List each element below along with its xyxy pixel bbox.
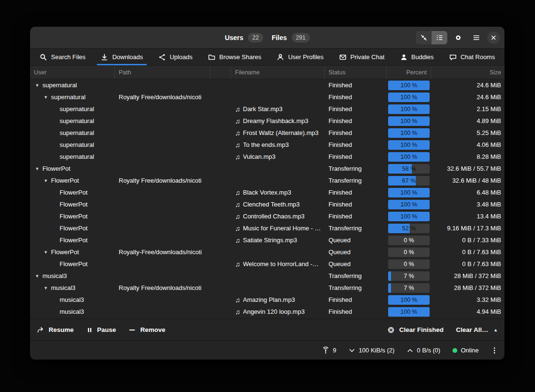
online-status-label: Online (461, 347, 479, 354)
progress-bar: 100 % (388, 307, 430, 317)
clear-all-button[interactable]: Clear All… ▲ (456, 326, 498, 333)
table-row[interactable]: ▼ supernatural ♫ Vulcan.mp3 Finished 100… (30, 151, 504, 163)
size-label: 0 B / 7.63 MiB (431, 248, 504, 256)
size-label: 0 B / 7.33 MiB (431, 237, 504, 244)
status-label: Finished (325, 153, 387, 160)
table-row[interactable]: ▼ FlowerPot ♫ Transferring 58 % 32.6 MiB… (30, 163, 504, 175)
filename-cell: ♫ Dark Star.mp3 (231, 105, 325, 113)
users-count-badge: 22 (248, 33, 263, 42)
column-user[interactable]: User (30, 66, 115, 79)
table-row[interactable]: ▼ supernatural ♫ Dreamy Flashback.mp3 Fi… (30, 115, 504, 127)
user-cell: ▼ FlowerPot (30, 213, 115, 220)
expander-icon[interactable]: ▼ (33, 274, 41, 279)
size-label: 28 MiB / 372 MiB (431, 284, 504, 291)
expander-icon[interactable]: ▼ (41, 286, 50, 290)
user-label: musical3 (51, 284, 75, 291)
chevron-up-icon (407, 347, 413, 354)
progress-label: 7 % (388, 271, 430, 281)
resume-button[interactable]: Resume (37, 326, 74, 334)
music-note-icon: ♫ (235, 153, 240, 161)
progress-bar: 100 % (388, 128, 430, 138)
status-label: Finished (325, 105, 387, 113)
user-label: FlowerPot (60, 225, 88, 232)
connection-status[interactable]: Online (453, 347, 479, 354)
column-file-icon[interactable] (210, 66, 231, 79)
tab-browse-shares[interactable]: Browse Shares (202, 49, 267, 65)
clear-all-label: Clear All… (456, 326, 488, 333)
percent-cell: 100 % (387, 188, 431, 197)
expander-icon[interactable]: ▼ (41, 250, 50, 255)
table-row[interactable]: ▼ FlowerPot ♫ Satiate Strings.mp3 Queued… (30, 234, 504, 246)
column-status[interactable]: Status (325, 66, 387, 79)
filename-cell: ♫ Music for Funeral Home - Part 1 (231, 225, 325, 232)
column-path[interactable]: Path (115, 66, 210, 79)
clear-finished-button[interactable]: Clear Finished (387, 326, 443, 334)
collapse-view-button[interactable] (416, 31, 432, 44)
user-label: supernatural (60, 105, 94, 113)
progress-bar: 0 % (388, 259, 430, 269)
table-row[interactable]: ▼ FlowerPot ♫ Welcome to HorrorLand -hi.… (30, 258, 504, 270)
table-row[interactable]: ▼ musical3 Royalty Free/downloads/nicoti… (30, 282, 504, 294)
user-label: supernatural (60, 153, 94, 160)
download-rate-indicator[interactable]: 100 KiB/s (2) (349, 347, 394, 354)
table-row[interactable]: ▼ musical3 ♫ Amazing Plan.mp3 Finished 1… (30, 294, 504, 306)
percent-cell: 67 % (387, 176, 431, 186)
table-row[interactable]: ▼ FlowerPot ♫ Black Vortex.mp3 Finished … (30, 186, 504, 198)
table-row[interactable]: ▼ musical3 ♫ Angevin 120 loop.mp3 Finish… (30, 306, 504, 318)
connections-indicator[interactable]: 9 (322, 347, 336, 354)
table-row[interactable]: ▼ supernatural Royalty Free/downloads/ni… (30, 91, 504, 103)
size-label: 32.6 MiB / 55.7 MiB (431, 165, 504, 172)
table-row[interactable]: ▼ FlowerPot ♫ Music for Funeral Home - P… (30, 222, 504, 234)
table-row[interactable]: ▼ FlowerPot ♫ Controlled Chaos.mp3 Finis… (30, 210, 504, 222)
expander-icon[interactable]: ▼ (41, 95, 50, 100)
expander-icon[interactable]: ▼ (33, 166, 41, 171)
table-row[interactable]: ▼ musical3 ♫ Transferring 7 % 28 MiB / 3… (30, 270, 504, 282)
progress-bar: 100 % (388, 188, 430, 197)
table-row[interactable]: ▼ FlowerPot Royalty Free/downloads/nicot… (30, 175, 504, 186)
tab-downloads[interactable]: Downloads (95, 49, 148, 65)
table-row[interactable]: ▼ FlowerPot ♫ Clenched Teeth.mp3 Finishe… (30, 198, 504, 210)
column-percent[interactable]: Percent (387, 66, 431, 79)
table-row[interactable]: ▼ supernatural ♫ Frost Waltz (Alternate)… (30, 127, 504, 139)
tab-search-files[interactable]: Search Files (34, 49, 91, 65)
table-row[interactable]: ▼ supernatural ♫ Dark Star.mp3 Finished … (30, 103, 504, 115)
column-size[interactable]: Size (431, 66, 505, 79)
tab-private-chat[interactable]: Private Chat (333, 49, 391, 65)
status-label: Finished (325, 93, 387, 101)
table-row[interactable]: ▼ supernatural ♫ To the ends.mp3 Finishe… (30, 139, 504, 151)
pause-button[interactable]: Pause (86, 326, 116, 333)
tab-chat-rooms[interactable]: Chat Rooms (443, 49, 501, 65)
expander-icon[interactable]: ▼ (41, 178, 50, 183)
tab-label: Private Chat (350, 53, 385, 61)
percent-cell: 100 % (387, 200, 431, 209)
progress-label: 100 % (388, 307, 430, 317)
music-note-icon: ♫ (235, 141, 240, 149)
user-label: musical3 (42, 272, 67, 279)
table-row[interactable]: ▼ FlowerPot Royalty-Free/downloads/nicot… (30, 246, 504, 258)
filename-label: Controlled Chaos.mp3 (243, 213, 305, 220)
tab-uploads[interactable]: Uploads (153, 49, 198, 65)
progress-bar: 0 % (388, 236, 430, 245)
table-row[interactable]: ▼ supernatural ♫ Finished 100 % 24.6 MiB (30, 79, 504, 91)
user-label: FlowerPot (51, 248, 79, 256)
remove-button[interactable]: Remove (128, 326, 165, 334)
collapse-icon (420, 34, 428, 41)
download-rate-label: 100 KiB/s (2) (359, 347, 394, 354)
main-menu-button[interactable] (469, 31, 484, 45)
statusbar-menu-button[interactable] (491, 347, 498, 354)
view-toggle-group (416, 31, 447, 44)
user-label: musical3 (60, 308, 84, 315)
list-view-button[interactable] (432, 31, 447, 44)
percent-cell: 100 % (387, 212, 431, 221)
close-window-button[interactable] (487, 31, 500, 44)
filename-cell: ♫ Angevin 120 loop.mp3 (231, 308, 325, 316)
preferences-button[interactable] (451, 31, 465, 45)
expander-icon[interactable]: ▼ (33, 83, 41, 88)
upload-rate-indicator[interactable]: 0 B/s (0) (407, 347, 440, 354)
percent-cell: 7 % (387, 283, 431, 293)
tab-buddies[interactable]: Buddies (394, 49, 440, 65)
tab-user-profiles[interactable]: User Profiles (271, 49, 329, 65)
column-filename[interactable]: Filename (231, 66, 325, 79)
tab-bar: Search Files Downloads Uploads Browse Sh… (30, 49, 504, 66)
tab-label: Buddies (412, 53, 434, 61)
